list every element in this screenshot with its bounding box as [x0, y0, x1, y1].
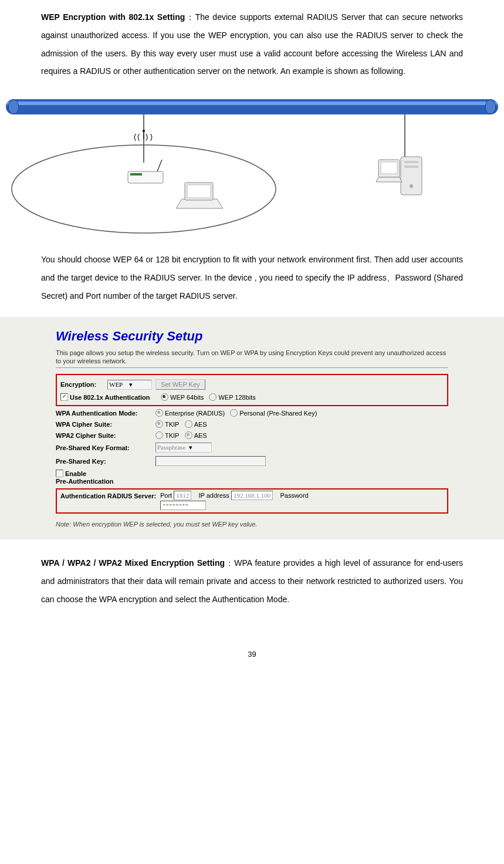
panel-description: This page allows you setup the wireless … — [56, 349, 448, 366]
note-text: Note: When encryption WEP is selected, y… — [56, 521, 448, 528]
wpa-tkip-label: TKIP — [165, 421, 179, 428]
svg-line-12 — [157, 160, 162, 171]
svg-rect-21 — [381, 162, 397, 174]
encryption-label: Encryption: — [60, 381, 107, 388]
encryption-highlight-box: Encryption: WEP ▾ Set WEP Key ✓ Use 802.… — [56, 374, 448, 406]
psk-format-select: Passphrase ▾ — [155, 443, 212, 453]
password-label: Password — [280, 492, 308, 499]
wpa-cipher-label: WPA Cipher Suite: — [56, 421, 155, 428]
svg-rect-15 — [187, 185, 211, 198]
wpa2-aes-label: AES — [194, 432, 207, 439]
wpa-auth-label: WPA Authentication Mode: — [56, 410, 155, 417]
page-number: 39 — [0, 650, 504, 670]
personal-label: Personal (Pre-Shared Key) — [239, 410, 317, 417]
svg-rect-11 — [130, 173, 142, 176]
svg-rect-1 — [7, 102, 497, 105]
svg-point-2 — [8, 100, 19, 114]
svg-point-19 — [410, 184, 413, 188]
choose-wep-paragraph: You should choose WEP 64 or 128 bit encr… — [41, 251, 463, 305]
wep-paragraph: WEP Encryption with 802.1x Setting：The d… — [41, 8, 463, 80]
radius-label: Authentication RADIUS Server: — [60, 492, 160, 501]
ip-address-input[interactable]: 192.168.1.100 — [231, 491, 273, 500]
wep64-radio[interactable] — [161, 393, 168, 401]
wpa-paragraph: WPA / WPA2 / WPA2 Mixed Encryption Setti… — [41, 554, 463, 608]
svg-rect-18 — [404, 166, 418, 168]
wep64-label: WEP 64bits — [170, 394, 204, 401]
wpa-tkip-radio — [155, 420, 163, 428]
enterprise-radio — [155, 409, 163, 417]
wpa2-cipher-label: WPA2 Cipher Suite: — [56, 432, 155, 439]
ip-address-label: IP address — [198, 492, 229, 499]
enterprise-label: Enterprise (RADIUS) — [165, 410, 225, 417]
wep128-label: WEP 128bits — [218, 394, 255, 401]
divider — [56, 367, 448, 368]
radius-highlight-box: Authentication RADIUS Server: Port 1812 … — [56, 488, 448, 514]
enable-preauth-checkbox — [56, 470, 63, 477]
wep128-radio[interactable] — [209, 393, 217, 401]
personal-radio — [230, 409, 238, 417]
use-8021x-checkbox[interactable]: ✓ — [60, 393, 68, 401]
wpa-aes-radio — [185, 420, 192, 428]
encryption-select[interactable]: WEP ▾ — [107, 380, 152, 390]
port-input[interactable]: 1812 — [174, 491, 191, 500]
set-wep-key-button[interactable]: Set WEP Key — [155, 379, 205, 390]
wpa2-tkip-radio — [155, 431, 163, 439]
port-label: Port — [160, 492, 172, 499]
svg-rect-0 — [6, 99, 498, 114]
use-8021x-label: Use 802.1x Authentication — [70, 394, 161, 401]
enable-preauth-label: Enable — [65, 470, 86, 477]
psk-format-label: Pre-Shared Key Format: — [56, 444, 155, 451]
wep-heading: WEP Encryption with 802.1x Setting — [41, 12, 185, 22]
wpa-heading: WPA / WPA2 / WPA2 Mixed Encryption Setti… — [41, 558, 225, 568]
wpa2-aes-radio — [185, 431, 192, 439]
psk-input — [155, 456, 266, 466]
svg-marker-22 — [376, 177, 402, 182]
panel-title: Wireless Security Setup — [56, 329, 448, 344]
wireless-security-panel: Wireless Security Setup This page allows… — [0, 317, 504, 540]
svg-rect-17 — [404, 161, 418, 163]
wpa-aes-label: AES — [194, 421, 207, 428]
preauth-label-line2: Pre-Authentication — [56, 478, 448, 485]
psk-label: Pre-Shared Key: — [56, 458, 155, 465]
svg-point-3 — [485, 100, 496, 114]
network-diagram: ( ( ) ) — [0, 92, 504, 239]
svg-point-8 — [143, 130, 145, 132]
wep-body: The device supports external RADIUS Serv… — [41, 12, 463, 76]
wpa2-tkip-label: TKIP — [165, 432, 179, 439]
svg-text:(
      (
      )
      ): ( ( ) ) — [134, 132, 153, 141]
password-input[interactable]: ******** — [160, 501, 206, 510]
